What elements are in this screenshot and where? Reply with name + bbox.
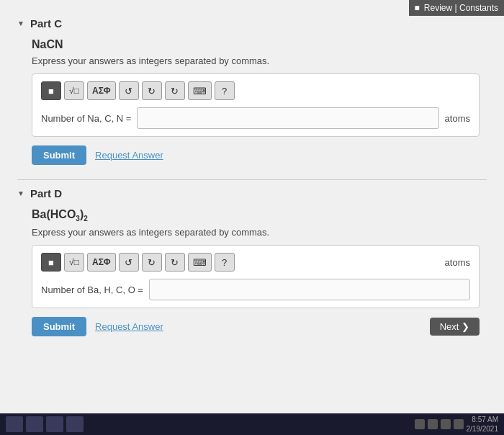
part-d-input-label: Number of Ba, H, C, O =: [41, 284, 143, 295]
part-d-keyboard-icon: ⌨: [193, 257, 207, 268]
taskbar-date: 2/19/2021: [467, 424, 499, 434]
part-d-collapse-arrow[interactable]: ▼: [17, 189, 24, 197]
refresh-icon: ↻: [171, 86, 179, 97]
math-icon: ΑΣΦ: [92, 86, 111, 96]
toolbar-help-btn[interactable]: ?: [215, 81, 235, 100]
part-d-toolbar-math-btn[interactable]: ΑΣΦ: [87, 253, 116, 272]
part-d-header: ▼ Part D: [17, 187, 487, 199]
part-d-title: Part D: [30, 187, 62, 199]
toolbar-sqrt-btn[interactable]: √□: [64, 81, 84, 100]
taskbar-app-1[interactable]: [6, 416, 23, 432]
sys-icon-3: [441, 419, 451, 429]
section-divider: [17, 179, 487, 180]
part-c-formula: NaCN: [32, 38, 487, 51]
part-d-sqrt-icon: √□: [69, 257, 79, 267]
part-d-toolbar-image-btn[interactable]: ■: [41, 253, 61, 272]
next-button[interactable]: Next ❯: [430, 318, 480, 336]
part-d-instructions: Express your answers as integers separat…: [32, 227, 487, 238]
taskbar-clock: 8:57 AM 2/19/2021: [467, 415, 499, 434]
part-c-request-answer-link[interactable]: Request Answer: [95, 150, 163, 161]
toolbar-refresh-btn[interactable]: ↻: [165, 81, 185, 100]
taskbar-app-4[interactable]: [66, 416, 84, 432]
part-d-input-row: Number of Ba, H, C, O =: [41, 279, 470, 300]
top-bar-icon: ■: [415, 3, 420, 13]
help-icon: ?: [222, 86, 227, 97]
part-d-math-icon: ΑΣΦ: [92, 257, 111, 267]
taskbar-apps: [6, 416, 84, 432]
part-d-toolbar-undo-btn[interactable]: ↺: [119, 253, 139, 272]
part-d-answer-box: ■ √□ ΑΣΦ ↺ ↻ ↻ ⌨ ? atoms: [32, 245, 480, 308]
part-c-toolbar: ■ √□ ΑΣΦ ↺ ↻ ↻ ⌨ ?: [41, 81, 470, 100]
part-c-instructions: Express your answers as integers separat…: [32, 55, 487, 66]
sys-icon-4: [454, 419, 464, 429]
part-d-image-icon: ■: [48, 257, 54, 268]
top-bar-label: Review | Constants: [424, 3, 498, 13]
redo-icon: ↻: [148, 86, 156, 97]
taskbar-system-icons: 8:57 AM 2/19/2021: [415, 415, 499, 434]
part-c-input-label: Number of Na, C, N =: [41, 113, 131, 124]
part-c-collapse-arrow[interactable]: ▼: [17, 19, 24, 27]
part-d-toolbar-sqrt-btn[interactable]: √□: [64, 253, 84, 272]
taskbar-time: 8:57 AM: [467, 415, 499, 424]
part-c-header: ▼ Part C: [17, 17, 487, 30]
taskbar: 8:57 AM 2/19/2021: [0, 413, 504, 435]
part-d-answer-input[interactable]: [149, 279, 470, 300]
part-c-submit-button[interactable]: Submit: [32, 145, 86, 165]
part-d-unit-top: atoms: [445, 257, 470, 268]
part-c-input-row: Number of Na, C, N = atoms: [41, 107, 470, 129]
undo-icon: ↺: [125, 86, 132, 97]
part-c-unit: atoms: [445, 113, 470, 124]
part-d-toolbar-refresh-btn[interactable]: ↻: [165, 253, 185, 272]
part-c-answer-input[interactable]: [137, 107, 438, 129]
toolbar-redo-btn[interactable]: ↻: [142, 81, 162, 100]
top-bar: ■ Review | Constants: [409, 0, 504, 16]
taskbar-app-2[interactable]: [26, 416, 43, 432]
sys-icon-2: [428, 419, 438, 429]
sqrt-icon: √□: [69, 86, 79, 96]
sys-icon-1: [415, 419, 425, 429]
taskbar-app-3[interactable]: [46, 416, 63, 432]
part-c-title: Part C: [30, 17, 62, 30]
toolbar-math-btn[interactable]: ΑΣΦ: [87, 81, 116, 100]
part-c-action-row: Submit Request Answer: [32, 145, 487, 165]
toolbar-undo-btn[interactable]: ↺: [119, 81, 139, 100]
part-d-refresh-icon: ↻: [171, 257, 179, 268]
part-d-toolbar-redo-btn[interactable]: ↻: [142, 253, 162, 272]
part-d-request-answer-link[interactable]: Request Answer: [95, 321, 163, 332]
toolbar-keyboard-btn[interactable]: ⌨: [188, 81, 212, 100]
part-d-submit-button[interactable]: Submit: [32, 317, 86, 336]
part-d-help-icon: ?: [222, 257, 227, 268]
toolbar-image-btn[interactable]: ■: [41, 81, 61, 100]
part-d-undo-icon: ↺: [125, 257, 132, 268]
part-d-formula: Ba(HCO3)2: [32, 208, 487, 223]
part-d-action-row: Submit Request Answer Next ❯: [32, 317, 487, 336]
keyboard-icon: ⌨: [193, 86, 207, 97]
part-d-toolbar: ■ √□ ΑΣΦ ↺ ↻ ↻ ⌨ ? atoms: [41, 253, 470, 272]
part-c-answer-box: ■ √□ ΑΣΦ ↺ ↻ ↻ ⌨ ? Numb: [32, 73, 480, 137]
part-d-toolbar-help-btn[interactable]: ?: [215, 253, 235, 272]
image-icon: ■: [48, 86, 54, 97]
part-d-toolbar-keyboard-btn[interactable]: ⌨: [188, 253, 212, 272]
part-d-redo-icon: ↻: [148, 257, 156, 268]
